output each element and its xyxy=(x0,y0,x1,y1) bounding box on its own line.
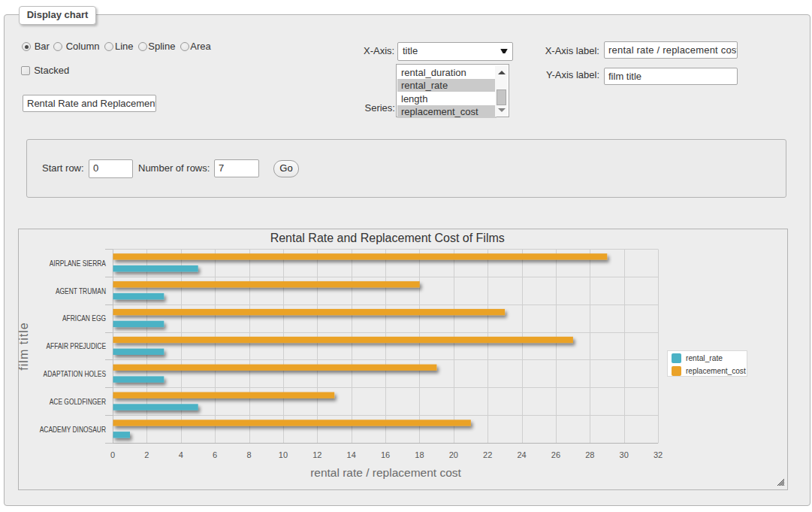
svg-text:4: 4 xyxy=(179,450,183,459)
svg-text:10: 10 xyxy=(279,450,288,459)
svg-text:0: 0 xyxy=(110,450,115,459)
svg-text:16: 16 xyxy=(381,450,390,459)
svg-text:ACADEMY DINOSAUR: ACADEMY DINOSAUR xyxy=(40,426,106,434)
svg-text:6: 6 xyxy=(213,450,217,459)
svg-text:rental rate / replacement cost: rental rate / replacement cost xyxy=(310,466,461,479)
svg-text:22: 22 xyxy=(483,450,492,459)
svg-text:26: 26 xyxy=(551,450,560,459)
svg-text:30: 30 xyxy=(620,450,629,459)
svg-text:AFFAIR PREJUDICE: AFFAIR PREJUDICE xyxy=(47,342,107,350)
svg-text:20: 20 xyxy=(449,450,458,459)
svg-text:ADAPTATION HOLES: ADAPTATION HOLES xyxy=(44,370,107,378)
svg-text:replacement_cost: replacement_cost xyxy=(686,366,746,375)
svg-text:rental_rate: rental_rate xyxy=(686,353,723,362)
svg-text:28: 28 xyxy=(585,450,594,459)
svg-text:32: 32 xyxy=(654,450,663,459)
svg-text:18: 18 xyxy=(415,450,424,459)
svg-text:Rental Rate and Replacement Co: Rental Rate and Replacement Cost of Film… xyxy=(270,232,505,244)
svg-text:AFRICAN EGG: AFRICAN EGG xyxy=(62,314,106,323)
svg-text:2: 2 xyxy=(144,450,149,459)
svg-text:AIRPLANE SIERRA: AIRPLANE SIERRA xyxy=(50,259,106,268)
svg-text:14: 14 xyxy=(347,450,356,459)
svg-text:8: 8 xyxy=(246,450,251,459)
svg-text:ACE GOLDFINGER: ACE GOLDFINGER xyxy=(50,398,106,406)
svg-text:film title: film title xyxy=(17,322,30,370)
svg-text:24: 24 xyxy=(517,450,526,459)
svg-text:12: 12 xyxy=(312,450,321,459)
svg-text:AGENT TRUMAN: AGENT TRUMAN xyxy=(56,287,106,295)
